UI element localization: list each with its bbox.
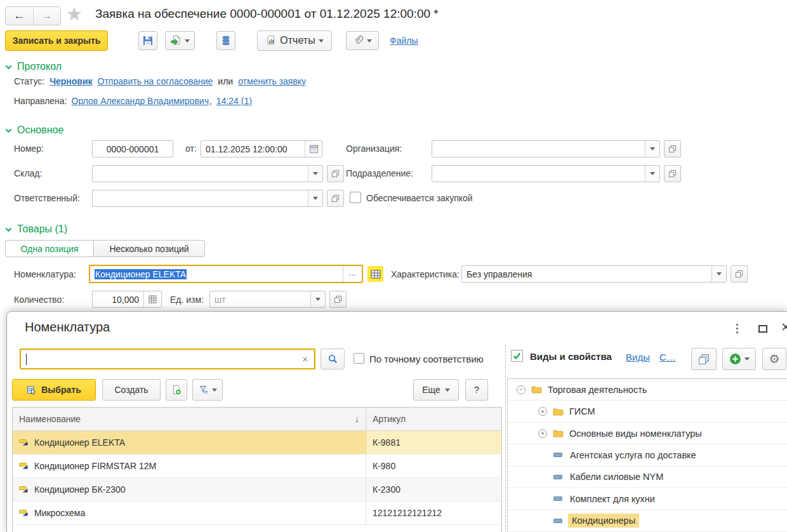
tree-item-label: Основные виды номенклатуры <box>569 429 702 439</box>
save-and-close-label: Записать и закрыть <box>13 36 101 46</box>
organization-combo[interactable] <box>432 140 660 157</box>
dialog-menu-button[interactable] <box>734 322 740 335</box>
save-button[interactable] <box>138 31 157 50</box>
help-button[interactable]: ? <box>465 379 488 401</box>
type-item-icon <box>553 519 562 523</box>
table-row[interactable]: Кондиционер ELEKTA К-9881 <box>13 431 501 455</box>
unit-label: Ед. изм: <box>170 295 204 305</box>
type-item-icon <box>553 496 562 501</box>
expand-icon[interactable]: + <box>538 429 547 438</box>
attachments-button[interactable] <box>346 31 379 50</box>
column-article-label: Артикул <box>373 414 406 424</box>
tab-single-position[interactable]: Одна позиция <box>5 240 94 257</box>
quantity-editor-button[interactable] <box>143 291 161 307</box>
directed-person-link[interactable]: Орлов Александр Владимирович <box>72 96 209 106</box>
row-name: Микросхема <box>34 508 85 518</box>
tab-multiple-positions[interactable]: Несколько позиций <box>93 240 205 257</box>
characteristic-combo[interactable]: Без управления <box>461 265 727 283</box>
number-input[interactable]: 0000-000001 <box>92 140 173 157</box>
types-link[interactable]: Виды <box>626 352 650 362</box>
show-movements-button[interactable] <box>216 31 235 50</box>
close-button[interactable]: × <box>781 318 787 336</box>
report-icon <box>265 35 277 46</box>
unit-combo[interactable]: шт <box>209 291 326 308</box>
column-header-name[interactable]: Наименование ↓ <box>13 408 366 430</box>
tree-item[interactable]: Кабели силовые NYM <box>508 467 787 488</box>
dropdown-arrow-icon <box>445 389 450 392</box>
types-tree: − Торговая деятельность + ГИСМ + Основны… <box>507 378 787 532</box>
search-input[interactable]: × <box>20 349 315 369</box>
combo-arrow-icon[interactable] <box>645 141 659 157</box>
combo-arrow-icon[interactable] <box>645 166 659 182</box>
properties-link[interactable]: С… <box>659 352 676 362</box>
tree-item[interactable]: Агентская услуга по доставке <box>508 444 787 466</box>
tree-item[interactable]: Комплект для кухни <box>508 488 787 510</box>
tree-item[interactable]: − Торговая деятельность <box>508 379 787 401</box>
main-section-header[interactable]: Основное <box>5 124 63 136</box>
procurement-checkbox-label[interactable]: Обеспечивается закупкой <box>366 193 473 203</box>
folder-icon <box>553 408 564 416</box>
create-button[interactable]: Создать <box>102 379 161 401</box>
send-for-approval-link[interactable]: Отправить на согласование <box>98 76 213 86</box>
procurement-checkbox[interactable] <box>350 192 361 203</box>
directed-time-link[interactable]: 14:24 (1) <box>216 96 252 106</box>
create-group-button[interactable] <box>166 379 187 401</box>
responsible-combo[interactable] <box>92 190 323 207</box>
add-button[interactable] <box>722 348 756 370</box>
characteristics-table-button[interactable] <box>367 266 383 282</box>
maximize-button[interactable] <box>758 325 767 333</box>
organization-open-button[interactable] <box>664 140 681 157</box>
stacked-windows-button[interactable] <box>691 348 717 370</box>
settings-button[interactable]: ⚙ <box>762 348 786 370</box>
panel-splitter[interactable] <box>505 345 506 532</box>
column-header-article[interactable]: Артикул <box>366 408 501 430</box>
department-open-button[interactable] <box>664 165 681 182</box>
combo-arrow-icon[interactable] <box>310 291 325 307</box>
table-header-row: Наименование ↓ Артикул <box>13 408 501 431</box>
department-combo[interactable] <box>432 165 660 182</box>
exact-match-checkbox[interactable] <box>354 353 364 364</box>
exact-match-label[interactable]: По точному соответствию <box>369 354 484 364</box>
forward-button[interactable]: → <box>34 7 61 25</box>
responsible-open-button[interactable] <box>327 190 344 207</box>
calendar-button[interactable] <box>305 141 322 157</box>
tree-item[interactable]: + Основные виды номенклатуры <box>508 423 787 444</box>
paperclip-icon <box>353 36 364 46</box>
more-button[interactable]: Еще <box>413 379 459 401</box>
nomenclature-ellipsis-button[interactable]: ... <box>343 266 362 282</box>
combo-arrow-icon[interactable] <box>308 190 322 206</box>
search-button[interactable] <box>321 349 345 369</box>
select-button[interactable]: Выбрать <box>12 379 96 401</box>
protocol-section-header[interactable]: Протокол <box>5 61 62 72</box>
nomenclature-input[interactable]: Кондиционер ELEKTA ... <box>89 265 363 283</box>
cancel-request-link[interactable]: отменить заявку <box>238 76 306 86</box>
table-row[interactable]: Микросхема 12121212121212 <box>13 502 501 525</box>
collapse-icon[interactable]: − <box>517 385 526 394</box>
post-document-button[interactable] <box>165 31 195 50</box>
tree-item[interactable]: Кондиционеры <box>508 510 787 532</box>
types-panel-checkbox[interactable] <box>511 350 523 362</box>
table-row[interactable]: Кондиционер БК-2300 К-2300 <box>13 478 501 502</box>
table-row[interactable]: Кондиционер FIRMSTAR 12М К-980 <box>13 455 501 478</box>
warehouse-open-button[interactable] <box>327 165 344 182</box>
back-button[interactable]: ← <box>6 7 34 25</box>
warehouse-combo[interactable] <box>92 165 323 182</box>
reports-button[interactable]: Отчеты <box>257 30 332 51</box>
combo-arrow-icon[interactable] <box>308 166 322 182</box>
favorite-star-icon[interactable]: ★ <box>66 3 83 25</box>
save-and-close-button[interactable]: Записать и закрыть <box>5 30 108 51</box>
clear-search-icon[interactable]: × <box>296 354 314 364</box>
add-plus-icon <box>729 353 741 365</box>
tree-item[interactable]: + ГИСМ <box>508 401 787 422</box>
filter-button[interactable] <box>192 379 223 401</box>
expand-icon[interactable]: + <box>538 407 547 416</box>
combo-arrow-icon[interactable] <box>711 266 726 282</box>
goods-section-header[interactable]: Товары (1) <box>5 223 67 235</box>
unit-open-button[interactable] <box>329 291 347 308</box>
files-link[interactable]: Файлы <box>390 36 418 46</box>
quantity-input[interactable]: 10,000 <box>92 291 162 308</box>
status-draft-link[interactable]: Черновик <box>50 76 92 86</box>
date-input[interactable]: 01.12.2025 12:00:00 <box>201 140 322 157</box>
characteristic-open-button[interactable] <box>731 265 748 283</box>
row-name: Кондиционер FIRMSTAR 12М <box>34 461 156 471</box>
